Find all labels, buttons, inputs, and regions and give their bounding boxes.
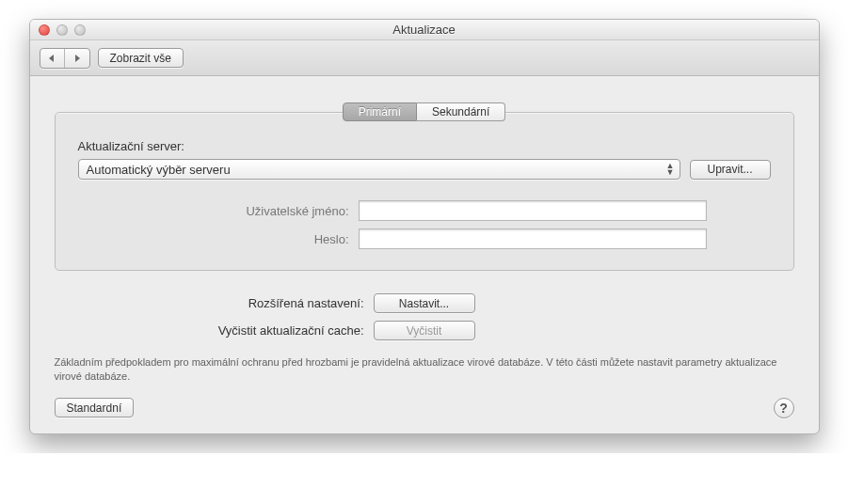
content-area: Primární Sekundární Aktualizační server:… — [30, 76, 819, 433]
update-server-value: Automatický výběr serveru — [87, 163, 231, 177]
password-field[interactable] — [359, 228, 707, 249]
username-field[interactable] — [359, 200, 707, 221]
password-label: Heslo: — [142, 232, 359, 246]
forward-button[interactable] — [65, 49, 89, 68]
tab-primary[interactable]: Primární — [343, 102, 417, 121]
tab-secondary[interactable]: Sekundární — [417, 102, 505, 121]
defaults-button[interactable]: Standardní — [55, 398, 135, 417]
preferences-window: Aktualizace Zobrazit vše Primární Sekund… — [29, 19, 820, 434]
tab-panel-primary: Aktualizační server: Automatický výběr s… — [55, 112, 794, 271]
clear-cache-button[interactable]: Vyčistit — [374, 321, 475, 340]
titlebar: Aktualizace — [30, 20, 819, 40]
advanced-settings-label: Rozšířená nastavení: — [55, 296, 364, 310]
toolbar: Zobrazit vše — [30, 40, 819, 76]
footer: Standardní ? — [55, 398, 794, 418]
tab-strip: Primární Sekundární — [55, 102, 794, 121]
minimize-window-button[interactable] — [56, 24, 68, 36]
window-title: Aktualizace — [30, 23, 819, 37]
back-button[interactable] — [40, 49, 65, 68]
show-all-button[interactable]: Zobrazit vše — [98, 48, 184, 68]
description-text: Základním předpokladem pro maximální och… — [55, 355, 794, 385]
advanced-section: Rozšířená nastavení: Nastavit... Vyčisti… — [55, 293, 794, 340]
select-arrows-icon: ▲▼ — [666, 163, 675, 176]
advanced-settings-button[interactable]: Nastavit... — [374, 293, 475, 313]
zoom-window-button[interactable] — [74, 24, 86, 36]
clear-cache-label: Vyčistit aktualizační cache: — [55, 323, 364, 338]
close-window-button[interactable] — [39, 24, 50, 36]
help-button[interactable]: ? — [774, 398, 794, 418]
edit-button[interactable]: Upravit... — [690, 160, 771, 180]
username-label: Uživatelské jméno: — [142, 204, 359, 218]
update-server-label: Aktualizační server: — [78, 139, 771, 153]
update-server-select[interactable]: Automatický výběr serveru ▲▼ — [78, 159, 680, 180]
window-controls — [30, 24, 86, 36]
tab-group: Primární Sekundární Aktualizační server:… — [55, 102, 794, 271]
nav-back-forward — [40, 48, 90, 69]
